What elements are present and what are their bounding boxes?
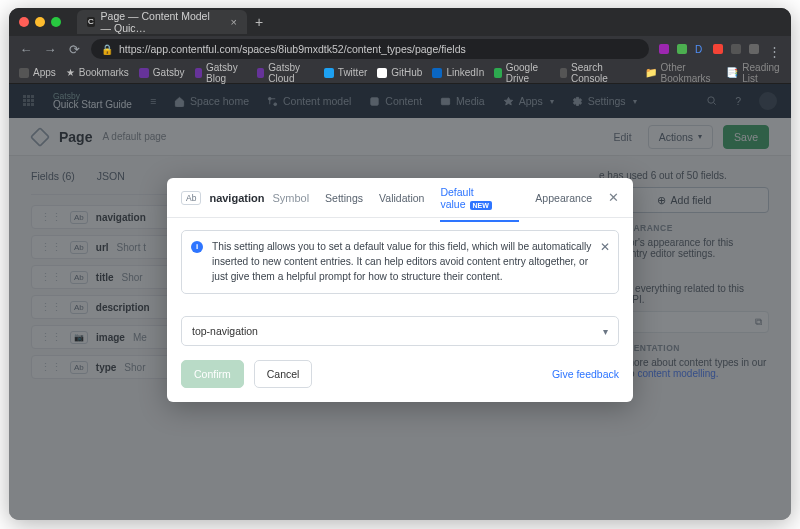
ext-icon[interactable]: D bbox=[695, 44, 705, 54]
field-name: navigation bbox=[209, 192, 264, 204]
tab-close-icon[interactable]: × bbox=[231, 16, 237, 28]
info-icon: i bbox=[191, 241, 203, 253]
chevron-down-icon: ▾ bbox=[603, 326, 608, 337]
ext-icon[interactable] bbox=[659, 44, 669, 54]
cancel-button[interactable]: Cancel bbox=[254, 360, 313, 388]
bookmark-item[interactable]: Gatsby Blog bbox=[195, 62, 247, 84]
lock-icon: 🔒 bbox=[101, 44, 113, 55]
select-value: top-navigation bbox=[192, 325, 258, 337]
bookmark-item[interactable]: GitHub bbox=[377, 67, 422, 78]
title-bar: C Page — Content Model — Quic… × + bbox=[9, 8, 791, 36]
tab-title: Page — Content Model — Quic… bbox=[101, 10, 221, 34]
bookmark-item[interactable]: LinkedIn bbox=[432, 67, 484, 78]
other-bookmarks[interactable]: 📁 Other Bookmarks bbox=[645, 62, 717, 84]
ext-icon[interactable] bbox=[713, 44, 723, 54]
tab-favicon: C bbox=[87, 17, 95, 27]
confirm-button[interactable]: Confirm bbox=[181, 360, 244, 388]
profile-avatar-icon[interactable] bbox=[749, 44, 759, 54]
field-type-chip: Ab bbox=[181, 191, 201, 205]
nav-back-icon[interactable]: ← bbox=[19, 42, 33, 57]
url-text: https://app.contentful.com/spaces/8iub9m… bbox=[119, 43, 466, 55]
maximize-window-icon[interactable] bbox=[51, 17, 61, 27]
address-bar: ← → ⟳ 🔒 https://app.contentful.com/space… bbox=[9, 36, 791, 62]
tab-default-value[interactable]: Default valueNEW bbox=[440, 186, 519, 222]
close-window-icon[interactable] bbox=[19, 17, 29, 27]
notice-close-icon[interactable]: ✕ bbox=[600, 239, 610, 256]
reading-list[interactable]: 📑 Reading List bbox=[726, 62, 781, 84]
bookmark-item[interactable]: Search Console bbox=[560, 62, 625, 84]
modal-footer: Confirm Cancel Give feedback bbox=[167, 346, 633, 402]
bookmark-item[interactable]: Gatsby Cloud bbox=[257, 62, 314, 84]
extensions-menu-icon[interactable] bbox=[731, 44, 741, 54]
ext-icon[interactable] bbox=[677, 44, 687, 54]
extension-icons: D ⋮ bbox=[659, 44, 781, 54]
new-tab-button[interactable]: + bbox=[255, 14, 263, 30]
default-value-field: top-navigation ▾ bbox=[181, 316, 619, 346]
bookmark-item[interactable]: Google Drive bbox=[494, 62, 549, 84]
field-settings-modal: Ab navigation Symbol Settings Validation… bbox=[167, 178, 633, 402]
browser-window: C Page — Content Model — Quic… × + ← → ⟳… bbox=[9, 8, 791, 520]
minimize-window-icon[interactable] bbox=[35, 17, 45, 27]
bookmark-item[interactable]: Twitter bbox=[324, 67, 367, 78]
tab-validation[interactable]: Validation bbox=[379, 192, 424, 215]
tab-settings[interactable]: Settings bbox=[325, 192, 363, 215]
modal-header: Ab navigation Symbol Settings Validation… bbox=[167, 178, 633, 218]
info-text: This setting allows you to set a default… bbox=[212, 241, 591, 282]
apps-shortcut[interactable]: Apps bbox=[19, 67, 56, 78]
bookmark-item[interactable]: Gatsby bbox=[139, 67, 185, 78]
nav-reload-icon[interactable]: ⟳ bbox=[67, 42, 81, 57]
bookmarks-bar: Apps ★ Bookmarks Gatsby Gatsby Blog Gats… bbox=[9, 62, 791, 84]
traffic-lights bbox=[19, 17, 61, 27]
give-feedback-link[interactable]: Give feedback bbox=[552, 368, 619, 380]
default-value-select[interactable]: top-navigation ▾ bbox=[181, 316, 619, 346]
new-badge: NEW bbox=[470, 201, 492, 210]
modal-tabs: Settings Validation Default valueNEW App… bbox=[325, 186, 592, 210]
nav-forward-icon[interactable]: → bbox=[43, 42, 57, 57]
field-type: Symbol bbox=[272, 192, 309, 204]
tab-appearance[interactable]: Appearance bbox=[535, 192, 592, 215]
browser-menu-icon[interactable]: ⋮ bbox=[767, 44, 781, 54]
browser-tab[interactable]: C Page — Content Model — Quic… × bbox=[77, 10, 247, 34]
url-field[interactable]: 🔒 https://app.contentful.com/spaces/8iub… bbox=[91, 39, 649, 59]
bookmark-item[interactable]: ★ Bookmarks bbox=[66, 67, 129, 78]
info-notice: i This setting allows you to set a defau… bbox=[181, 230, 619, 294]
modal-close-icon[interactable]: ✕ bbox=[608, 190, 619, 205]
